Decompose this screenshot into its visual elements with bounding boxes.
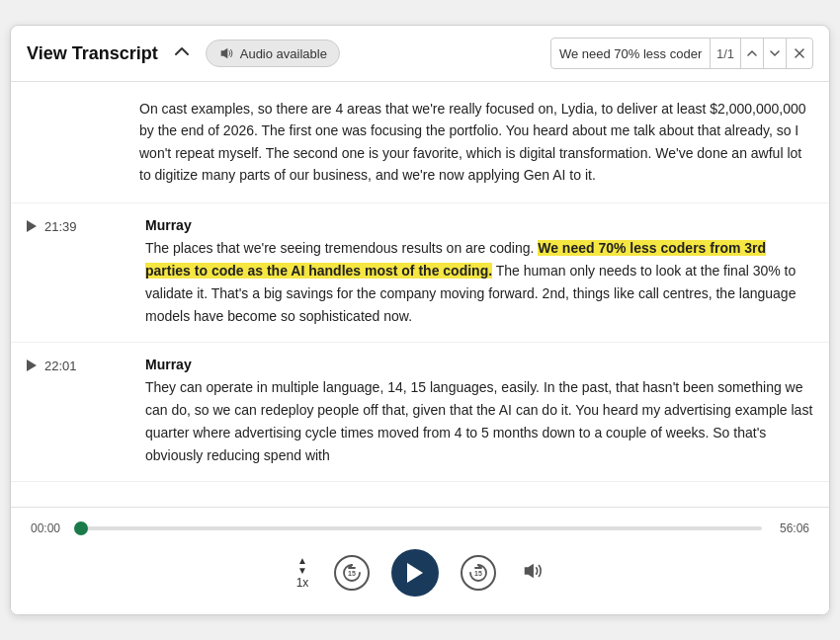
svg-marker-8 (525, 563, 534, 578)
speaker-2139: Murray (145, 217, 813, 233)
svg-text:15: 15 (474, 570, 482, 577)
timestamp-2139: 21:39 (44, 219, 77, 234)
volume-icon (522, 560, 544, 582)
svg-marker-0 (220, 48, 227, 59)
play-icon-small (27, 220, 37, 232)
speed-label: 1x (296, 576, 309, 590)
timestamp-2201: 22:01 (44, 359, 77, 373)
search-box: 1/1 (550, 38, 813, 69)
rewind-icon: 15 (341, 562, 363, 584)
forward-button[interactable]: 15 (461, 555, 496, 591)
search-count: 1/1 (710, 39, 740, 68)
svg-marker-6 (407, 563, 423, 583)
chevron-up-icon (174, 43, 190, 59)
segment-left-2139: 21:39 (27, 217, 145, 235)
segment-text-2139: The places that we're seeing tremendous … (145, 237, 813, 328)
progress-row: 00:00 56:06 (31, 521, 809, 535)
total-time: 56:06 (772, 521, 809, 535)
audio-player: 00:00 56:06 ▲ ▼ 1x 15 (11, 507, 829, 614)
segment-play-button-2201[interactable] (27, 359, 37, 374)
segment-2139: 21:39 Murray The places that we're seein… (11, 203, 829, 343)
progress-thumb[interactable] (74, 521, 88, 535)
intro-text: On cast examples, so there are 4 areas t… (139, 98, 813, 187)
close-icon (795, 48, 804, 58)
speaker-2201: Murray (145, 357, 813, 372)
volume-button[interactable] (518, 556, 547, 591)
panel-title: View Transcript (27, 43, 158, 64)
segment-content-2139: Murray The places that we're seeing trem… (145, 217, 813, 328)
svg-text:15: 15 (348, 570, 356, 577)
search-close-button[interactable] (786, 39, 812, 68)
svg-marker-4 (27, 360, 37, 371)
current-time: 00:00 (31, 521, 68, 535)
search-prev-button[interactable] (740, 39, 763, 68)
play-icon-small-2 (27, 360, 37, 371)
intro-block: On cast examples, so there are 4 areas t… (11, 82, 829, 203)
chevron-up-small-icon (747, 48, 757, 58)
segment-play-button-2139[interactable] (27, 219, 37, 235)
segment-text-2201: They can operate in multiple language, 1… (145, 376, 813, 467)
audio-available-button[interactable]: Audio available (206, 40, 340, 67)
segment-content-2201: Murray They can operate in multiple lang… (145, 357, 813, 467)
header-bar: View Transcript Audio available 1/1 (11, 26, 829, 82)
search-next-button[interactable] (763, 39, 786, 68)
chevron-down-small-icon (770, 48, 780, 58)
speed-chevrons: ▲ ▼ (297, 556, 307, 576)
audio-button-label: Audio available (240, 46, 327, 61)
segment-left-2201: 22:01 (27, 357, 145, 374)
text-before-highlight-2139: The places that we're seeing tremendous … (145, 240, 538, 256)
rewind-button[interactable]: 15 (334, 555, 370, 591)
segment-2201: 22:01 Murray They can operate in multipl… (11, 343, 829, 482)
audio-wave-icon (218, 45, 234, 61)
controls-row: ▲ ▼ 1x 15 1 (31, 549, 809, 597)
svg-marker-3 (27, 220, 37, 232)
collapse-button[interactable] (170, 40, 194, 67)
play-main-icon (405, 562, 425, 584)
play-pause-button[interactable] (391, 549, 439, 597)
transcript-area[interactable]: On cast examples, so there are 4 areas t… (11, 82, 829, 507)
transcript-panel: View Transcript Audio available 1/1 (10, 25, 830, 615)
search-input[interactable] (551, 46, 710, 61)
progress-bar[interactable] (78, 526, 762, 530)
speed-button[interactable]: ▲ ▼ 1x (293, 552, 313, 594)
forward-icon: 15 (467, 562, 489, 584)
